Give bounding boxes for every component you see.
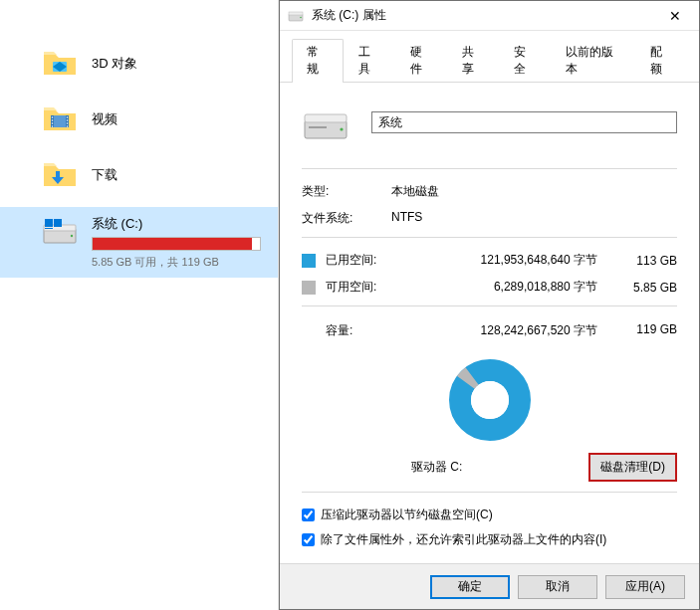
drive-icon — [302, 99, 350, 146]
svg-rect-16 — [54, 219, 62, 227]
index-checkbox[interactable] — [302, 533, 315, 546]
explorer-item-label: 下载 — [92, 166, 117, 184]
tab-previous[interactable]: 以前的版本 — [551, 39, 635, 82]
compress-checkbox[interactable] — [302, 508, 315, 521]
apply-button[interactable]: 应用(A) — [605, 575, 685, 599]
dialog-body: 类型: 本地磁盘 文件系统: NTFS 已用空间: 121,953,648,64… — [280, 83, 699, 563]
disk-cleanup-button[interactable]: 磁盘清理(D) — [588, 453, 677, 482]
capacity-human: 119 GB — [617, 322, 677, 339]
tab-tools[interactable]: 工具 — [344, 39, 395, 82]
explorer-item-label: 视频 — [92, 110, 117, 128]
capacity-label: 容量: — [326, 322, 405, 339]
type-label: 类型: — [302, 183, 391, 200]
type-value: 本地磁盘 — [391, 183, 677, 200]
ok-button[interactable]: 确定 — [430, 575, 510, 599]
index-checkbox-row[interactable]: 除了文件属性外，还允许索引此驱动器上文件的内容(I) — [302, 531, 677, 548]
drive-subtext: 5.85 GB 可用，共 119 GB — [92, 255, 262, 270]
svg-point-9 — [67, 119, 69, 121]
volume-name-input[interactable] — [371, 111, 677, 133]
explorer-item-videos[interactable]: 视频 — [0, 96, 278, 151]
free-space-human: 5.85 GB — [617, 281, 677, 295]
3d-objects-icon — [42, 46, 78, 82]
tab-bar: 常规 工具 硬件 共享 安全 以前的版本 配额 — [280, 31, 699, 83]
close-icon[interactable]: ✕ — [659, 5, 691, 27]
explorer-item-downloads[interactable]: 下载 — [0, 151, 278, 207]
drive-meta: 系统 (C:) 5.85 GB 可用，共 119 GB — [92, 215, 262, 270]
drive-icon — [288, 8, 304, 24]
explorer-drive-c[interactable]: 系统 (C:) 5.85 GB 可用，共 119 GB — [0, 207, 278, 278]
drive-name: 系统 (C:) — [92, 215, 262, 233]
svg-point-7 — [52, 125, 54, 127]
tab-quota[interactable]: 配额 — [635, 39, 687, 82]
explorer-item-3d-objects[interactable]: 3D 对象 — [0, 40, 278, 96]
svg-rect-19 — [289, 12, 303, 15]
svg-point-23 — [340, 127, 343, 130]
index-checkbox-label: 除了文件属性外，还允许索引此驱动器上文件的内容(I) — [321, 531, 606, 548]
tab-hardware[interactable]: 硬件 — [395, 39, 447, 82]
used-space-bytes: 121,953,648,640 字节 — [405, 252, 617, 269]
svg-point-11 — [67, 125, 69, 127]
svg-point-20 — [300, 16, 302, 18]
tab-general[interactable]: 常规 — [292, 39, 344, 82]
free-space-bytes: 6,289,018,880 字节 — [405, 279, 617, 296]
explorer-pane: 3D 对象 视频 下载 系统 (C:) 5.85 GB 可用，共 119 GB — [0, 0, 279, 610]
svg-rect-22 — [305, 114, 347, 122]
titlebar: 系统 (C:) 属性 ✕ — [280, 1, 699, 31]
svg-rect-17 — [45, 228, 53, 229]
used-space-label: 已用空间: — [326, 252, 405, 269]
tab-sharing[interactable]: 共享 — [447, 39, 499, 82]
svg-rect-24 — [309, 126, 327, 128]
drive-letter-label: 驱动器 C: — [411, 459, 462, 476]
drive-icon — [42, 215, 78, 251]
drive-usage-bar — [92, 237, 261, 251]
compress-checkbox-label: 压缩此驱动器以节约磁盘空间(C) — [321, 507, 493, 523]
used-space-human: 113 GB — [617, 254, 677, 268]
downloads-icon — [42, 157, 78, 193]
svg-point-6 — [52, 122, 54, 124]
videos-icon — [42, 102, 78, 137]
cancel-button[interactable]: 取消 — [518, 575, 597, 599]
used-space-swatch — [302, 254, 316, 268]
filesystem-value: NTFS — [391, 210, 677, 227]
free-space-swatch — [302, 281, 316, 295]
properties-dialog: 系统 (C:) 属性 ✕ 常规 工具 硬件 共享 安全 以前的版本 配额 类型:… — [279, 0, 700, 610]
dialog-title: 系统 (C:) 属性 — [312, 7, 659, 24]
svg-point-27 — [471, 381, 509, 419]
svg-rect-15 — [45, 219, 53, 227]
filesystem-label: 文件系统: — [302, 210, 391, 227]
dialog-footer: 确定 取消 应用(A) — [280, 563, 699, 609]
free-space-label: 可用空间: — [326, 279, 405, 296]
capacity-bytes: 128,242,667,520 字节 — [405, 322, 617, 339]
svg-point-14 — [71, 235, 73, 237]
explorer-item-label: 3D 对象 — [92, 55, 137, 73]
tab-security[interactable]: 安全 — [499, 39, 551, 82]
svg-point-10 — [67, 122, 69, 124]
compress-checkbox-row[interactable]: 压缩此驱动器以节约磁盘空间(C) — [302, 507, 677, 523]
svg-point-4 — [52, 116, 54, 118]
svg-point-5 — [52, 119, 54, 121]
svg-point-8 — [67, 116, 69, 118]
usage-donut-chart — [447, 357, 533, 443]
